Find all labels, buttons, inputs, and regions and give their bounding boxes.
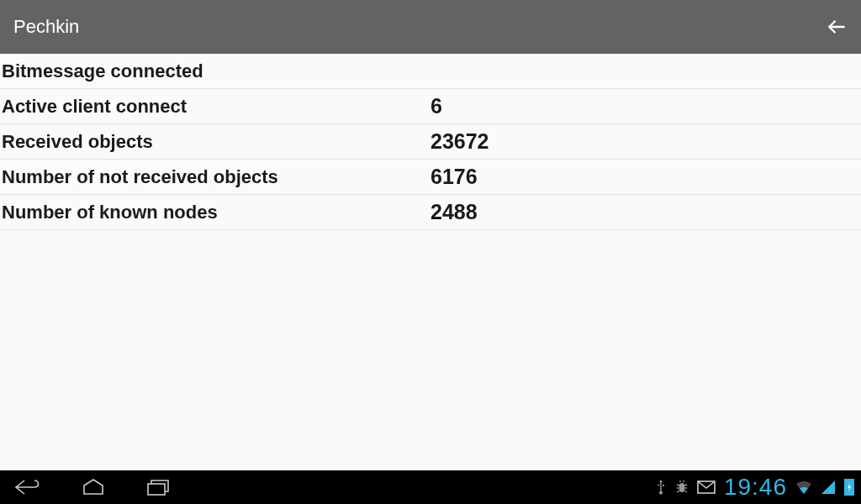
svg-rect-1 (148, 484, 165, 495)
clock: 19:46 (724, 474, 787, 501)
svg-point-3 (679, 480, 681, 482)
active-client-label: Active client connect (2, 96, 430, 118)
not-received-objects-row: Number of not received objects 6176 (0, 160, 861, 195)
svg-line-5 (677, 485, 679, 486)
back-arrow-icon[interactable] (826, 16, 848, 38)
nav-buttons-group (7, 470, 180, 504)
recent-apps-button[interactable] (138, 470, 180, 504)
known-nodes-row: Number of known nodes 2488 (0, 195, 861, 230)
active-client-value: 6 (430, 94, 442, 118)
signal-icon (821, 480, 836, 495)
svg-rect-2 (679, 483, 684, 492)
content-area: Bitmessage connected Active client conne… (0, 54, 861, 230)
system-nav-bar: 19:46 (0, 470, 861, 504)
received-objects-row: Received objects 23672 (0, 124, 861, 160)
not-received-objects-value: 6176 (430, 165, 478, 189)
usb-icon (655, 478, 667, 496)
debug-icon (675, 479, 689, 496)
received-objects-label: Received objects (2, 131, 430, 153)
status-tray[interactable]: 19:46 (655, 474, 854, 501)
svg-line-6 (684, 485, 687, 486)
not-received-objects-label: Number of not received objects (2, 166, 430, 188)
svg-point-4 (683, 480, 684, 482)
known-nodes-value: 2488 (430, 200, 478, 224)
svg-marker-12 (848, 482, 851, 492)
svg-line-10 (684, 491, 687, 492)
home-button[interactable] (72, 470, 114, 504)
app-title: Pechkin (13, 16, 79, 38)
known-nodes-label: Number of known nodes (2, 202, 430, 223)
action-bar: Pechkin (0, 0, 861, 54)
connection-status-row: Bitmessage connected (0, 54, 861, 89)
mail-icon (697, 480, 716, 494)
wifi-icon (795, 480, 812, 495)
battery-charging-icon (844, 479, 854, 496)
received-objects-value: 23672 (430, 129, 489, 154)
connection-status-label: Bitmessage connected (2, 60, 430, 82)
back-button[interactable] (7, 470, 49, 504)
svg-line-9 (677, 491, 679, 492)
active-client-row: Active client connect 6 (0, 89, 861, 124)
